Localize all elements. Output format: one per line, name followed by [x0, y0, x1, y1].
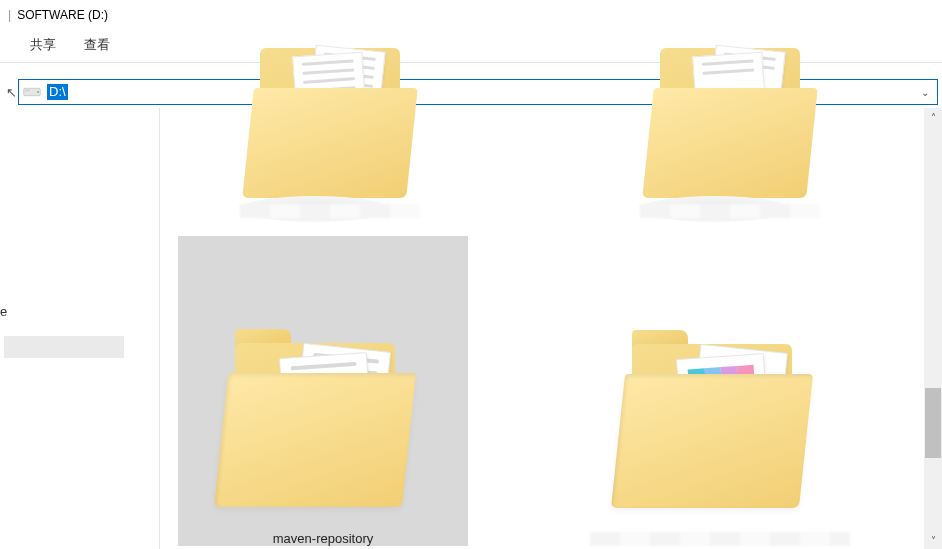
address-path[interactable]: D:\ — [47, 84, 68, 100]
folder-item-selected[interactable]: maven-repository — [178, 236, 468, 546]
ribbon-tabs: 共享 查看 — [0, 30, 942, 60]
drive-icon — [23, 86, 41, 98]
folder-item[interactable] — [200, 108, 460, 218]
window-titlebar: | SOFTWARE (D:) — [0, 0, 942, 30]
folder-label-obscured — [640, 204, 820, 218]
scrollbar-vertical[interactable]: ˄ ˅ — [924, 108, 942, 549]
folder-icon — [213, 325, 433, 525]
title-separator: | — [8, 8, 11, 22]
content-pane[interactable]: maven-repository — [160, 108, 924, 549]
nav-item-selected[interactable] — [4, 336, 124, 358]
navigation-pane[interactable]: e — [0, 108, 160, 549]
ribbon-tab-view[interactable]: 查看 — [84, 36, 110, 54]
scroll-down-icon[interactable]: ˅ — [924, 531, 942, 549]
ribbon-divider — [0, 62, 942, 63]
folder-item[interactable] — [560, 236, 880, 546]
folder-item[interactable] — [580, 108, 880, 218]
folder-label-obscured — [590, 532, 850, 546]
svg-rect-1 — [25, 90, 30, 92]
ribbon-tab-share[interactable]: 共享 — [30, 36, 56, 54]
folder-label-obscured — [240, 204, 420, 218]
scroll-thumb[interactable] — [925, 388, 941, 458]
nav-back-truncated[interactable]: ↖ — [4, 85, 18, 100]
folder-icon — [610, 326, 830, 526]
svg-point-2 — [37, 91, 39, 93]
folder-icon — [240, 108, 420, 198]
folder-icon — [640, 108, 820, 198]
nav-item-truncated[interactable]: e — [0, 304, 18, 319]
window-title: SOFTWARE (D:) — [17, 8, 108, 22]
folder-label: maven-repository — [178, 531, 468, 546]
scroll-up-icon[interactable]: ˄ — [924, 108, 942, 126]
address-dropdown-icon[interactable]: ⌄ — [917, 87, 933, 98]
